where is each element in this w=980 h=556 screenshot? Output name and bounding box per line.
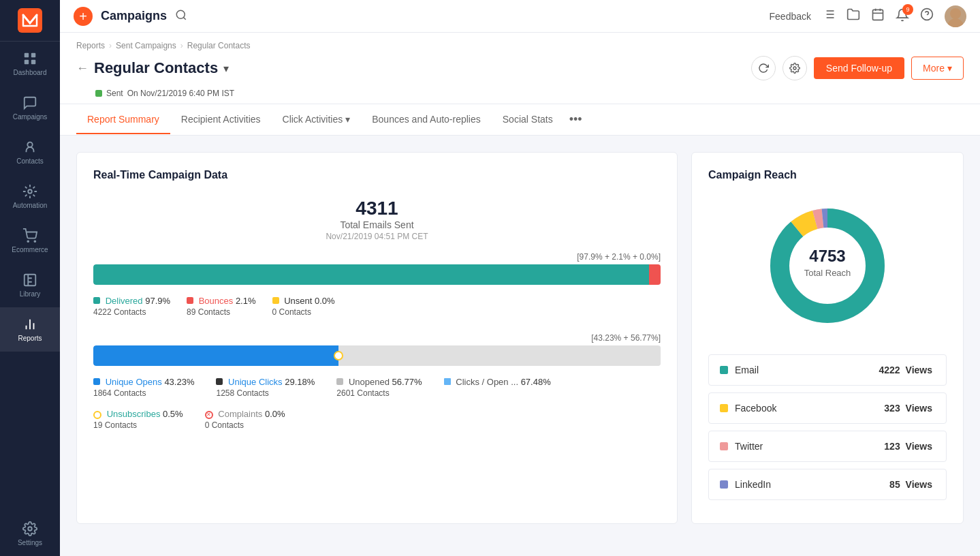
unsubscribes-name: Unsubscribes 0.5% bbox=[93, 409, 183, 419]
reach-panel: Campaign Reach bbox=[691, 152, 964, 524]
app-logo[interactable] bbox=[0, 0, 60, 42]
page-body: Real-Time Campaign Data 4311 Total Email… bbox=[60, 136, 980, 540]
unique-clicks-link[interactable]: Unique Clicks bbox=[228, 377, 282, 387]
calendar-icon[interactable] bbox=[871, 7, 885, 25]
folder-icon[interactable] bbox=[847, 7, 860, 25]
bounces-name: Bounces 2.1% bbox=[187, 296, 255, 306]
bounces-link[interactable]: Bounces bbox=[199, 296, 234, 306]
unsubscribes-contacts: 19 Contacts bbox=[93, 420, 183, 430]
clicks-open-dot bbox=[444, 378, 451, 385]
sidebar: Dashboard Campaigns Contacts Automation … bbox=[0, 0, 60, 556]
unique-opens-contacts: 1864 Contacts bbox=[93, 388, 194, 398]
sidebar-item-dashboard[interactable]: Dashboard bbox=[0, 42, 60, 86]
svg-rect-3 bbox=[25, 60, 29, 64]
sidebar-item-settings[interactable]: Settings bbox=[0, 512, 60, 556]
realtime-title: Real-Time Campaign Data bbox=[93, 169, 661, 181]
tab-social-stats[interactable]: Social Stats bbox=[492, 106, 564, 134]
more-button[interactable]: More ▾ bbox=[911, 57, 964, 80]
svg-point-25 bbox=[793, 67, 796, 70]
svg-point-11 bbox=[176, 10, 185, 18]
settings-button[interactable] bbox=[783, 56, 807, 80]
delivered-name: Delivered 97.9% bbox=[93, 296, 170, 306]
tab-report-summary[interactable]: Report Summary bbox=[76, 106, 170, 134]
user-avatar[interactable] bbox=[945, 5, 966, 27]
back-button[interactable]: ← bbox=[76, 61, 89, 76]
menu-icon[interactable] bbox=[822, 7, 836, 25]
svg-point-8 bbox=[34, 241, 35, 242]
sidebar-item-contacts[interactable]: Contacts bbox=[0, 130, 60, 174]
stat-clicks-open: Clicks / Open ... 67.48% bbox=[444, 377, 551, 398]
opens-bar bbox=[93, 345, 661, 366]
sent-status: Sent bbox=[106, 89, 123, 98]
unsubscribes-link[interactable]: Unsubscribes bbox=[107, 409, 161, 419]
linkedin-platform: LinkedIn bbox=[735, 479, 771, 490]
bounces-fill bbox=[649, 264, 661, 285]
unique-clicks-dot bbox=[216, 378, 223, 385]
more-chevron-icon: ▾ bbox=[947, 63, 952, 74]
breadcrumb-reports[interactable]: Reports bbox=[76, 41, 105, 50]
total-sent-label: Total Emails Sent bbox=[93, 219, 661, 230]
topnav-left: + Campaigns bbox=[74, 7, 187, 26]
svg-rect-2 bbox=[31, 53, 35, 57]
tabs-more-icon[interactable]: ••• bbox=[564, 104, 588, 135]
facebook-views: 323 Views bbox=[884, 403, 935, 414]
unique-clicks-name: Unique Clicks 29.18% bbox=[216, 377, 315, 387]
sidebar-item-ecommerce[interactable]: Ecommerce bbox=[0, 219, 60, 263]
bar2-label: [43.23% + 56.77%] bbox=[93, 333, 661, 343]
total-sent-date: Nov/21/2019 04:51 PM CET bbox=[93, 232, 661, 241]
sidebar-label-contacts: Contacts bbox=[16, 157, 43, 165]
topnav-right: Feedback 9 bbox=[770, 5, 966, 27]
unsent-name: Unsent 0.0% bbox=[272, 296, 335, 306]
delivered-link[interactable]: Delivered bbox=[106, 296, 143, 306]
stat-unopened: Unopened 56.77% 2601 Contacts bbox=[336, 377, 422, 398]
campaign-actions: Send Follow-up More ▾ bbox=[751, 56, 964, 80]
unsent-contacts: 0 Contacts bbox=[272, 307, 335, 317]
sent-info: Sent On Nov/21/2019 6:40 PM IST bbox=[76, 86, 964, 104]
unique-opens-link[interactable]: Unique Opens bbox=[106, 377, 162, 387]
feedback-link[interactable]: Feedback bbox=[770, 11, 811, 22]
delivered-pct: 97.9% bbox=[145, 296, 170, 306]
tab-bounces[interactable]: Bounces and Auto-replies bbox=[361, 106, 492, 134]
total-sent-number: 4311 bbox=[93, 198, 661, 219]
stat-unsent: Unsent 0.0% 0 Contacts bbox=[272, 296, 335, 317]
campaign-header: ← Regular Contacts ▾ Send Follow-up More… bbox=[76, 50, 964, 86]
sidebar-label-campaigns: Campaigns bbox=[13, 113, 48, 121]
realtime-panel: Real-Time Campaign Data 4311 Total Email… bbox=[76, 152, 678, 524]
sub-header: Reports › Sent Campaigns › Regular Conta… bbox=[60, 33, 980, 136]
reach-email-left: Email bbox=[720, 365, 759, 375]
refresh-button[interactable] bbox=[751, 56, 776, 80]
unopened-pct: 56.77% bbox=[392, 377, 422, 387]
stats-row-1: Delivered 97.9% 4222 Contacts Bounces 2.… bbox=[93, 296, 661, 317]
svg-point-7 bbox=[27, 241, 29, 242]
bounces-pct: 2.1% bbox=[236, 296, 256, 306]
sidebar-item-library[interactable]: Library bbox=[0, 263, 60, 307]
sidebar-item-automation[interactable]: Automation bbox=[0, 174, 60, 219]
svg-rect-0 bbox=[18, 8, 42, 33]
send-follow-up-button[interactable]: Send Follow-up bbox=[814, 57, 904, 79]
sidebar-item-reports[interactable]: Reports bbox=[0, 307, 60, 352]
tab-click-activities[interactable]: Click Activities▾ bbox=[272, 106, 362, 134]
unopened-dot bbox=[336, 378, 343, 385]
app-title: Campaigns bbox=[101, 9, 167, 23]
sidebar-item-campaigns[interactable]: Campaigns bbox=[0, 86, 60, 130]
notifications-button[interactable]: 9 bbox=[896, 8, 909, 24]
campaign-dropdown-icon[interactable]: ▾ bbox=[223, 62, 229, 75]
search-icon[interactable] bbox=[175, 9, 187, 23]
sidebar-label-settings: Settings bbox=[18, 539, 42, 546]
help-icon[interactable] bbox=[920, 7, 934, 25]
tab-recipient-activities[interactable]: Recipient Activities bbox=[170, 106, 272, 134]
facebook-platform: Facebook bbox=[735, 403, 776, 414]
complaints-name: ✕ Complaints 0.0% bbox=[205, 409, 285, 419]
svg-rect-9 bbox=[25, 275, 36, 286]
donut-chart: 4753 Total Reach bbox=[708, 198, 947, 334]
add-campaign-button[interactable]: + bbox=[74, 7, 93, 26]
svg-point-10 bbox=[28, 527, 32, 531]
breadcrumb-current: Regular Contacts bbox=[187, 41, 251, 50]
svg-point-24 bbox=[950, 8, 961, 19]
reach-item-twitter: Twitter 123 Views bbox=[708, 431, 947, 462]
stats-row-2: Unique Opens 43.23% 1864 Contacts Unique… bbox=[93, 377, 661, 430]
unopened-fill bbox=[338, 345, 661, 366]
notifications-badge: 9 bbox=[902, 4, 913, 15]
unique-opens-dot bbox=[93, 378, 100, 385]
breadcrumb-sent-campaigns[interactable]: Sent Campaigns bbox=[116, 41, 176, 50]
